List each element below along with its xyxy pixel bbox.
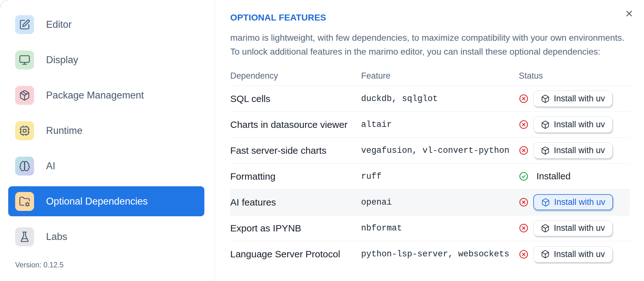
install-with-uv-button[interactable]: Install with uv <box>533 117 612 133</box>
install-with-uv-button[interactable]: Install with uv <box>533 220 612 236</box>
sidebar-item-label: Optional Dependencies <box>46 196 148 207</box>
dependency-cell: Formatting <box>230 171 361 182</box>
feature-cell: altair <box>361 120 519 129</box>
sidebar-item-optional-dependencies[interactable]: Optional Dependencies <box>8 186 204 216</box>
table-row: AI features openai Install with uv <box>230 189 630 215</box>
install-button-label: Install with uv <box>554 249 605 259</box>
status-missing-icon <box>519 197 529 207</box>
table-row: Export as IPYNB nbformat Install with uv <box>230 215 630 241</box>
dependency-cell: Language Server Protocol <box>230 249 361 260</box>
sidebar-item-label: Editor <box>46 19 72 30</box>
box-icon <box>541 224 550 233</box>
dependency-cell: Charts in datasource viewer <box>230 119 361 130</box>
page-title: OPTIONAL FEATURES <box>230 13 630 23</box>
dependency-cell: SQL cells <box>230 93 361 104</box>
box-icon <box>541 146 550 155</box>
feature-cell: duckdb, sqlglot <box>361 94 519 104</box>
version-label: Version: 0.12.5 <box>15 261 63 269</box>
status-missing-icon <box>519 249 529 259</box>
sidebar-item-runtime[interactable]: Runtime <box>8 116 204 146</box>
sidebar-item-label: AI <box>46 160 55 172</box>
sidebar-item-label: Display <box>46 54 78 66</box>
dependency-cell: Fast server-side charts <box>230 145 361 156</box>
cpu-icon <box>15 121 34 140</box>
table-row: Fast server-side charts vegafusion, vl-c… <box>230 138 630 164</box>
panel-description: marimo is lightweight, with few dependen… <box>230 31 630 59</box>
status-cell: Installed <box>519 171 630 182</box>
column-header-dependency: Dependency <box>230 71 361 81</box>
install-with-uv-button[interactable]: Install with uv <box>533 91 612 107</box>
install-button-label: Install with uv <box>554 197 605 207</box>
feature-cell: python-lsp-server, websockets <box>361 249 519 259</box>
install-button-label: Install with uv <box>554 94 605 104</box>
feature-cell: vegafusion, vl-convert-python <box>361 146 519 155</box>
table-header-row: Dependency Feature Status <box>230 66 630 86</box>
feature-cell: nbformat <box>361 224 519 233</box>
column-header-status: Status <box>519 71 630 81</box>
box-icon <box>541 250 550 259</box>
status-missing-icon <box>519 120 529 129</box>
install-with-uv-button[interactable]: Install with uv <box>533 246 612 262</box>
sidebar-item-package-management[interactable]: Package Management <box>8 80 204 110</box>
dependency-table: Dependency Feature Status SQL cells duck… <box>230 66 630 267</box>
package-icon <box>15 86 34 105</box>
status-missing-icon <box>519 223 529 233</box>
flask-icon <box>15 227 34 246</box>
box-icon <box>541 120 550 129</box>
box-icon <box>541 198 550 207</box>
description-line: marimo is lightweight, with few dependen… <box>230 31 630 45</box>
dependency-cell: Export as IPYNB <box>230 223 361 234</box>
settings-dialog: Editor Display Package Management <box>0 0 644 281</box>
sidebar-item-editor[interactable]: Editor <box>8 9 204 39</box>
table-row: Language Server Protocol python-lsp-serv… <box>230 241 630 267</box>
install-button-label: Install with uv <box>554 120 605 129</box>
status-cell: Install with uv <box>519 142 630 158</box>
status-cell: Install with uv <box>519 246 630 262</box>
sidebar-item-label: Package Management <box>46 90 144 101</box>
table-row: SQL cells duckdb, sqlglot Install with u… <box>230 86 630 112</box>
feature-cell: openai <box>361 198 519 207</box>
box-icon <box>541 94 550 103</box>
folder-cog-icon <box>15 192 34 211</box>
table-row: Formatting ruff Installed <box>230 164 630 189</box>
status-missing-icon <box>519 146 529 155</box>
sidebar-item-label: Runtime <box>46 125 82 136</box>
status-cell: Install with uv <box>519 194 630 210</box>
status-installed-icon <box>519 171 529 181</box>
status-cell: Install with uv <box>519 91 630 107</box>
table-row: Charts in datasource viewer altair Insta… <box>230 112 630 138</box>
feature-cell: ruff <box>361 172 519 181</box>
install-button-label: Install with uv <box>554 146 605 155</box>
install-with-uv-button[interactable]: Install with uv <box>533 142 612 158</box>
installed-status-label: Installed <box>536 171 571 182</box>
dependency-cell: AI features <box>230 197 361 208</box>
sidebar-item-display[interactable]: Display <box>8 45 204 75</box>
sidebar-item-label: Labs <box>46 231 67 242</box>
status-cell: Install with uv <box>519 117 630 133</box>
sidebar-item-labs[interactable]: Labs <box>8 222 204 252</box>
status-missing-icon <box>519 94 529 104</box>
column-header-feature: Feature <box>361 71 519 81</box>
status-cell: Install with uv <box>519 220 630 236</box>
optional-features-panel: OPTIONAL FEATURES marimo is lightweight,… <box>215 0 644 281</box>
description-line: To unlock additional features in the mar… <box>230 45 630 59</box>
brain-icon <box>15 157 34 176</box>
install-button-label: Install with uv <box>554 223 605 233</box>
install-with-uv-button[interactable]: Install with uv <box>533 194 613 210</box>
monitor-icon <box>15 51 34 69</box>
close-icon[interactable] <box>623 8 635 20</box>
edit-icon <box>15 15 34 34</box>
sidebar-item-ai[interactable]: AI <box>8 151 204 181</box>
settings-sidebar: Editor Display Package Management <box>0 0 215 281</box>
